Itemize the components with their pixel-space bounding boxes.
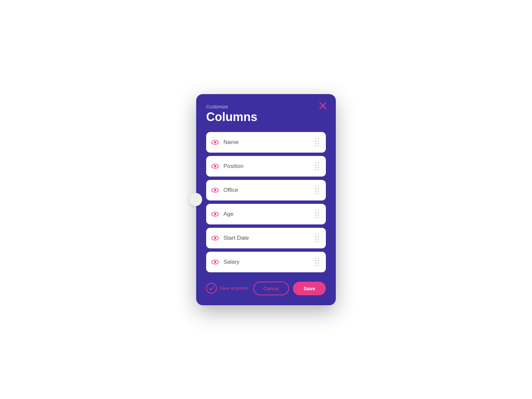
- column-label: Name: [223, 139, 238, 146]
- side-toggle-button[interactable]: [189, 193, 202, 206]
- columns-list: Name Position: [206, 132, 326, 272]
- drag-handle-icon: [314, 161, 321, 172]
- save-preset-icon: [206, 283, 217, 294]
- modal-header: Customize Columns: [206, 104, 326, 124]
- customize-columns-modal: Customize Columns Name: [196, 94, 336, 305]
- drag-handle-icon: [314, 208, 321, 219]
- eye-icon: [211, 140, 219, 145]
- column-left: Position: [211, 163, 243, 170]
- svg-point-3: [214, 141, 216, 143]
- svg-point-5: [214, 165, 216, 167]
- modal-footer: Save as preset Cancel Save: [206, 282, 326, 295]
- svg-point-11: [214, 237, 216, 239]
- eye-icon: [211, 188, 219, 193]
- modal-backdrop: Customize Columns Name: [0, 0, 532, 399]
- column-item-name[interactable]: Name: [206, 132, 326, 153]
- column-item-age[interactable]: Age: [206, 204, 326, 224]
- column-label: Start Date: [223, 235, 249, 241]
- drag-handle-icon: [314, 185, 321, 196]
- eye-icon: [211, 164, 219, 169]
- cancel-button[interactable]: Cancel: [253, 282, 289, 295]
- column-item-start-date[interactable]: Start Date: [206, 228, 326, 248]
- column-left: Name: [211, 139, 238, 146]
- svg-point-9: [214, 213, 216, 215]
- column-left: Start Date: [211, 235, 249, 241]
- drag-handle-icon: [314, 232, 321, 243]
- column-item-office[interactable]: Office: [206, 180, 326, 200]
- eye-icon: [211, 235, 219, 241]
- eye-icon: [211, 211, 219, 217]
- column-label: Salary: [223, 259, 239, 265]
- column-label: Office: [223, 187, 238, 194]
- column-item-position[interactable]: Position: [206, 156, 326, 177]
- drag-handle-icon: [314, 256, 321, 267]
- close-button[interactable]: [317, 101, 329, 112]
- save-button[interactable]: Save: [293, 282, 326, 295]
- column-label: Age: [223, 211, 233, 217]
- save-preset-label: Save as preset: [219, 286, 248, 291]
- footer-buttons: Cancel Save: [253, 282, 326, 295]
- svg-point-7: [214, 189, 216, 191]
- eye-icon: [211, 259, 219, 265]
- column-left: Office: [211, 187, 238, 194]
- save-preset-button[interactable]: Save as preset: [206, 283, 248, 294]
- drag-handle-icon: [314, 137, 321, 148]
- svg-point-13: [214, 261, 216, 263]
- column-item-salary[interactable]: Salary: [206, 252, 326, 272]
- column-left: Salary: [211, 259, 239, 265]
- modal-subtitle: Customize: [206, 104, 326, 109]
- column-left: Age: [211, 211, 233, 217]
- modal-title: Columns: [206, 110, 326, 124]
- column-label: Position: [223, 163, 243, 170]
